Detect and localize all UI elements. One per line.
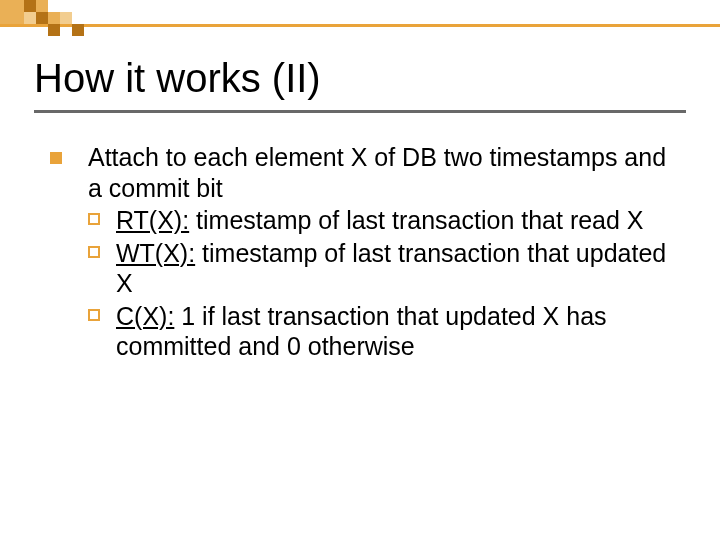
bullet-level2: RT(X): timestamp of last transaction tha… [88,205,686,236]
square-bullet-icon [50,152,62,164]
slide-title: How it works (II) [34,56,321,101]
bullet-level2: C(X): 1 if last transaction that updated… [88,301,686,362]
accent-strip [0,24,720,27]
desc-c: 1 if last transaction that updated X has… [116,302,607,361]
deco-square [36,12,48,24]
deco-square [60,12,72,24]
hollow-square-bullet-icon [88,213,100,225]
term-c: C(X): [116,302,174,330]
slide: { "title": "How it works (II)", "body": … [0,0,720,540]
desc-wt: timestamp of last transaction that updat… [116,239,666,298]
term-rt: RT(X): [116,206,189,234]
deco-square [24,12,36,24]
deco-square [36,0,48,12]
deco-square [48,12,60,24]
term-wt: WT(X): [116,239,195,267]
deco-square [48,24,60,36]
bullet-level1: Attach to each element X of DB two times… [50,142,686,362]
hollow-square-bullet-icon [88,309,100,321]
desc-rt: timestamp of last transaction that read … [189,206,643,234]
hollow-square-bullet-icon [88,246,100,258]
slide-decoration [0,0,720,48]
deco-square [24,0,36,12]
title-underline [34,110,686,113]
body-main-text: Attach to each element X of DB two times… [88,143,666,202]
deco-square [0,0,24,24]
slide-body: Attach to each element X of DB two times… [50,142,686,366]
bullet-level2: WT(X): timestamp of last transaction tha… [88,238,686,299]
deco-square [72,24,84,36]
